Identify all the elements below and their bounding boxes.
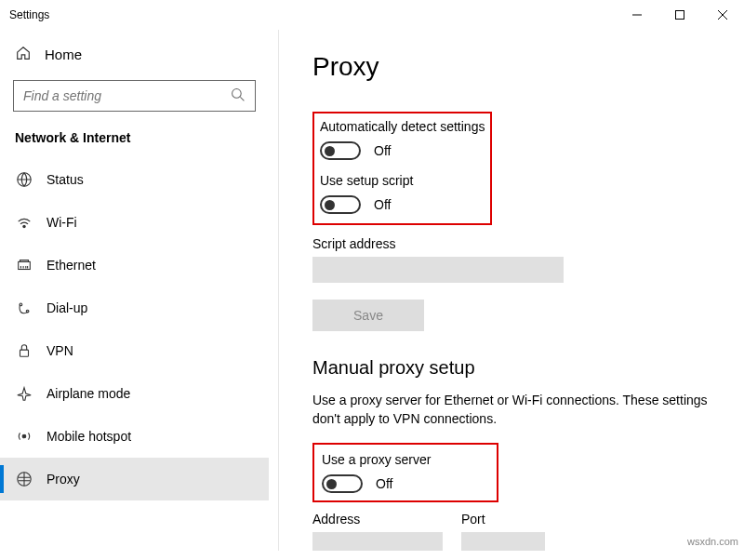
use-script-label: Use setup script — [320, 173, 485, 188]
use-script-toggle[interactable] — [320, 195, 361, 214]
svg-line-5 — [240, 97, 244, 100]
port-label: Port — [461, 512, 545, 527]
page-title: Proxy — [312, 52, 711, 82]
sidebar-item-label: Dial-up — [46, 300, 87, 315]
svg-rect-8 — [19, 261, 31, 269]
manual-section-title: Manual proxy setup — [312, 357, 711, 379]
sidebar-item-label: Ethernet — [46, 258, 96, 273]
sidebar-item-wifi[interactable]: Wi-Fi — [0, 201, 269, 244]
save-button[interactable]: Save — [312, 300, 424, 331]
sidebar-item-ethernet[interactable]: Ethernet — [0, 244, 269, 287]
home-label: Home — [45, 47, 82, 62]
manual-section-desc: Use a proxy server for Ethernet or Wi-Fi… — [312, 392, 711, 428]
airplane-icon — [15, 384, 33, 403]
port-input[interactable] — [461, 532, 545, 551]
wifi-icon — [15, 213, 33, 232]
sidebar-item-dialup[interactable]: Dial-up — [0, 287, 269, 329]
maximize-button[interactable] — [658, 0, 701, 30]
window-title: Settings — [9, 8, 49, 21]
home-icon — [15, 45, 32, 64]
globe-icon — [15, 170, 33, 189]
content-area: Proxy Automatically detect settings Off … — [279, 30, 744, 551]
sidebar-item-label: Proxy — [46, 472, 80, 487]
script-address-input[interactable] — [312, 257, 564, 283]
sidebar-item-label: Wi-Fi — [46, 215, 77, 230]
watermark: wsxdn.com — [687, 536, 738, 547]
svg-rect-9 — [20, 260, 29, 262]
sidebar-item-airplane[interactable]: Airplane mode — [0, 372, 269, 415]
use-proxy-toggle[interactable] — [322, 474, 363, 493]
vpn-icon — [15, 341, 33, 360]
use-proxy-state: Off — [376, 476, 392, 491]
svg-rect-16 — [20, 350, 29, 356]
sidebar-item-label: Mobile hotspot — [46, 429, 131, 444]
sidebar-item-hotspot[interactable]: Mobile hotspot — [0, 415, 269, 458]
script-address-label: Script address — [312, 236, 711, 251]
auto-detect-state: Off — [374, 143, 391, 158]
address-input[interactable] — [312, 532, 443, 551]
svg-point-17 — [22, 434, 26, 438]
use-proxy-label: Use a proxy server — [322, 452, 489, 467]
use-proxy-highlight: Use a proxy server Off — [312, 443, 498, 502]
sidebar-item-proxy[interactable]: Proxy — [0, 458, 269, 500]
search-box[interactable] — [13, 80, 256, 112]
use-script-state: Off — [374, 197, 391, 212]
dialup-icon — [15, 299, 33, 317]
minimize-button[interactable] — [616, 0, 658, 30]
sidebar-item-label: VPN — [46, 343, 73, 358]
svg-point-15 — [26, 310, 29, 313]
address-label: Address — [312, 512, 443, 527]
auto-setup-highlight: Automatically detect settings Off Use se… — [312, 112, 492, 225]
sidebar-item-vpn[interactable]: VPN — [0, 329, 269, 372]
category-heading: Network & Internet — [0, 123, 269, 158]
sidebar: Home Network & Internet Status Wi-Fi Eth… — [0, 30, 279, 551]
sidebar-item-label: Status — [46, 172, 84, 187]
sidebar-item-status[interactable]: Status — [0, 158, 269, 201]
nav-list: Status Wi-Fi Ethernet Dial-up VPN Airpla… — [0, 158, 269, 500]
svg-point-7 — [23, 225, 25, 227]
svg-rect-1 — [676, 11, 684, 20]
search-input[interactable] — [23, 88, 231, 103]
titlebar: Settings — [0, 0, 744, 30]
ethernet-icon — [15, 256, 33, 274]
search-icon — [231, 87, 246, 105]
auto-detect-toggle[interactable] — [320, 141, 361, 160]
svg-point-14 — [20, 303, 22, 306]
window-controls — [616, 0, 744, 30]
hotspot-icon — [15, 427, 33, 446]
proxy-icon — [15, 470, 33, 488]
close-button[interactable] — [701, 0, 744, 30]
home-button[interactable]: Home — [0, 33, 269, 74]
svg-point-4 — [232, 88, 242, 98]
auto-detect-label: Automatically detect settings — [320, 119, 485, 134]
sidebar-item-label: Airplane mode — [46, 386, 130, 401]
